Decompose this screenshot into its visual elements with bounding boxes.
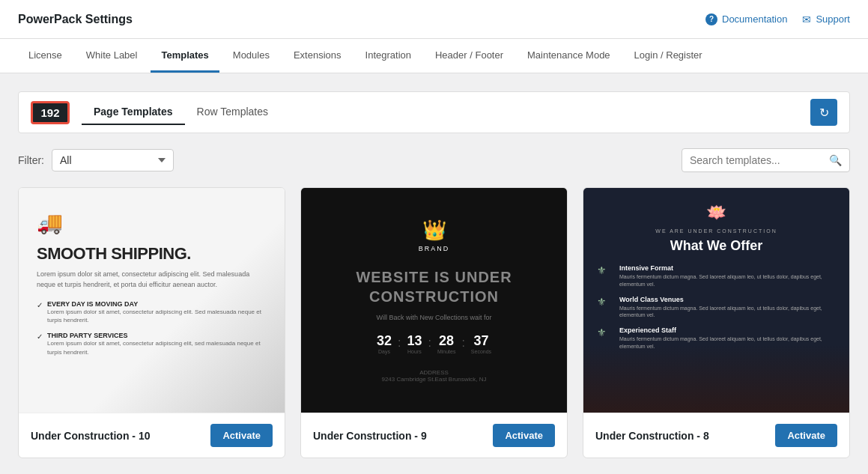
filter-label: Filter: xyxy=(18,154,44,166)
template-name-3: Under Construction - 8 xyxy=(595,430,709,442)
countdown-seconds-label: Seconds xyxy=(471,349,491,354)
offer-item-3-text: Mauris fermentum dictum magna. Sed laore… xyxy=(619,335,836,350)
tab-header-footer[interactable]: Header / Footer xyxy=(425,39,514,73)
templates-count-badge: 192 xyxy=(31,101,70,124)
offer-item-2-content: World Class Venues Mauris fermentum dict… xyxy=(619,296,836,320)
shipping-item-1-title: EVERY DAY IS MOVING DAY xyxy=(47,300,267,308)
template-preview-2: 👑 BRAND WEBSITE IS UNDERCONSTRUCTION Wil… xyxy=(301,188,567,413)
template-preview-3: 🪷 WE ARE UNDER CONSTRUCTION What We Offe… xyxy=(583,188,849,413)
offer-item-1: ⚜ Intensive Format Mauris fermentum dict… xyxy=(597,264,836,288)
sub-tab-page-templates[interactable]: Page Templates xyxy=(82,100,185,125)
shipping-item-2-text: Lorem ipsum dolor sit amet, consectetur … xyxy=(47,339,267,356)
offer-item-1-text: Mauris fermentum dictum magna. Sed laore… xyxy=(619,273,836,288)
filter-bar: Filter: All Business Portfolio Blog Unde… xyxy=(18,148,850,172)
template-card-3: 🪷 WE ARE UNDER CONSTRUCTION What We Offe… xyxy=(583,187,850,458)
countdown-days-label: Days xyxy=(377,349,392,354)
shipping-item-2-content: THIRD PARTY SERVICES Lorem ipsum dolor s… xyxy=(47,332,267,356)
search-input[interactable] xyxy=(690,149,825,171)
support-label: Support xyxy=(816,13,850,25)
template-footer-1: Under Construction - 10 Activate xyxy=(19,413,285,458)
shipping-item-2-title: THIRD PARTY SERVICES xyxy=(47,332,267,339)
offer-item-3-content: Experienced Staff Mauris fermentum dictu… xyxy=(619,326,836,350)
construction-address-label: ADDRESS xyxy=(419,369,449,376)
construction-sub: Will Back with New Collections wait for xyxy=(376,314,491,321)
template-name-2: Under Construction - 9 xyxy=(313,430,427,442)
shipping-item-1: ✓ EVERY DAY IS MOVING DAY Lorem ipsum do… xyxy=(37,300,267,324)
templates-toolbar-left: 192 Page Templates Row Templates xyxy=(31,100,280,125)
preview-offer: 🪷 WE ARE UNDER CONSTRUCTION What We Offe… xyxy=(583,188,849,413)
template-card-1: 🚚 SMOOTH SHIPPING. Lorem ipsum dolor sit… xyxy=(18,187,285,458)
refresh-button[interactable]: ↻ xyxy=(810,99,837,126)
countdown-days: 32 Days xyxy=(377,333,392,354)
countdown-minutes: 28 Minutes xyxy=(437,333,456,354)
tab-login-register[interactable]: Login / Register xyxy=(624,39,713,73)
construction-title: WEBSITE IS UNDERCONSTRUCTION xyxy=(356,267,512,306)
content-area: 192 Page Templates Row Templates ↻ Filte… xyxy=(0,73,868,474)
top-bar-right: ? Documentation ✉ Support xyxy=(705,13,850,25)
countdown-seconds-num: 37 xyxy=(471,333,491,349)
tab-extensions[interactable]: Extensions xyxy=(283,39,352,73)
shipping-item-2: ✓ THIRD PARTY SERVICES Lorem ipsum dolor… xyxy=(37,332,267,356)
documentation-label: Documentation xyxy=(722,13,787,25)
refresh-icon: ↻ xyxy=(819,106,829,120)
tab-modules[interactable]: Modules xyxy=(222,39,280,73)
top-bar-left: PowerPack Settings xyxy=(18,13,133,26)
template-card-2: 👑 BRAND WEBSITE IS UNDERCONSTRUCTION Wil… xyxy=(300,187,568,458)
offer-title: What We Offer xyxy=(597,238,836,254)
shipping-truck-icon: 🚚 xyxy=(37,210,63,235)
countdown-hours: 13 Hours xyxy=(407,333,422,354)
tab-templates[interactable]: Templates xyxy=(151,39,219,73)
documentation-link[interactable]: ? Documentation xyxy=(705,13,787,25)
tab-integration[interactable]: Integration xyxy=(355,39,422,73)
offer-item-2-title: World Class Venues xyxy=(619,296,836,303)
countdown-seconds: 37 Seconds xyxy=(471,333,491,354)
countdown-minutes-num: 28 xyxy=(437,333,456,349)
tab-license[interactable]: License xyxy=(18,39,73,73)
activate-button-2[interactable]: Activate xyxy=(493,424,555,447)
offer-sub: WE ARE UNDER CONSTRUCTION xyxy=(597,228,836,234)
construction-brand: BRAND xyxy=(419,245,450,252)
crown-icon: 👑 xyxy=(422,219,446,242)
tab-white-label[interactable]: White Label xyxy=(76,39,148,73)
tab-maintenance-mode[interactable]: Maintenance Mode xyxy=(517,39,621,73)
filter-select[interactable]: All Business Portfolio Blog Under Constr… xyxy=(52,149,174,171)
check-icon-1: ✓ xyxy=(37,301,43,309)
templates-grid: 🚚 SMOOTH SHIPPING. Lorem ipsum dolor sit… xyxy=(18,187,850,458)
app-title: PowerPack Settings xyxy=(18,13,133,26)
countdown-hours-label: Hours xyxy=(407,349,422,354)
offer-icon-1: ⚜ xyxy=(597,264,612,276)
countdown-days-num: 32 xyxy=(377,333,392,349)
countdown-sep-3: : xyxy=(461,333,464,350)
help-icon: ? xyxy=(705,13,717,25)
preview-shipping: 🚚 SMOOTH SHIPPING. Lorem ipsum dolor sit… xyxy=(19,188,285,413)
offer-item-3-title: Experienced Staff xyxy=(619,326,836,334)
offer-icon-2: ⚜ xyxy=(597,296,612,308)
shipping-item-1-content: EVERY DAY IS MOVING DAY Lorem ipsum dolo… xyxy=(47,300,267,324)
construction-address-value: 9243 Cambridge St.East Brunswick, NJ xyxy=(381,376,486,383)
countdown-sep-1: : xyxy=(398,333,401,350)
activate-button-1[interactable]: Activate xyxy=(210,424,273,447)
lotus-icon: 🪷 xyxy=(597,203,836,222)
shipping-title: SMOOTH SHIPPING. xyxy=(37,244,191,264)
countdown: 32 Days : 13 Hours : 28 Minutes xyxy=(377,333,491,354)
template-footer-3: Under Construction - 8 Activate xyxy=(583,413,849,458)
template-preview-1: 🚚 SMOOTH SHIPPING. Lorem ipsum dolor sit… xyxy=(19,188,285,413)
preview-construction: 👑 BRAND WEBSITE IS UNDERCONSTRUCTION Wil… xyxy=(301,188,567,413)
search-box: 🔍 xyxy=(682,148,850,172)
check-icon-2: ✓ xyxy=(37,332,43,341)
countdown-sep-2: : xyxy=(428,333,431,350)
countdown-hours-num: 13 xyxy=(407,333,422,349)
sub-tab-row-templates[interactable]: Row Templates xyxy=(185,100,280,125)
activate-button-3[interactable]: Activate xyxy=(775,424,837,447)
nav-tabs: License White Label Templates Modules Ex… xyxy=(0,39,868,73)
template-footer-2: Under Construction - 9 Activate xyxy=(301,413,567,458)
sub-tabs: Page Templates Row Templates xyxy=(82,100,280,125)
offer-item-3: ⚜ Experienced Staff Mauris fermentum dic… xyxy=(597,326,836,350)
shipping-body: Lorem ipsum dolor sit amet, consectetur … xyxy=(37,270,267,290)
search-icon: 🔍 xyxy=(829,154,842,166)
offer-item-2: ⚜ World Class Venues Mauris fermentum di… xyxy=(597,296,836,320)
support-link[interactable]: ✉ Support xyxy=(802,13,850,25)
shipping-item-1-text: Lorem ipsum dolor sit amet, consectetur … xyxy=(47,308,267,324)
top-bar: PowerPack Settings ? Documentation ✉ Sup… xyxy=(0,0,868,39)
countdown-minutes-label: Minutes xyxy=(437,349,456,354)
